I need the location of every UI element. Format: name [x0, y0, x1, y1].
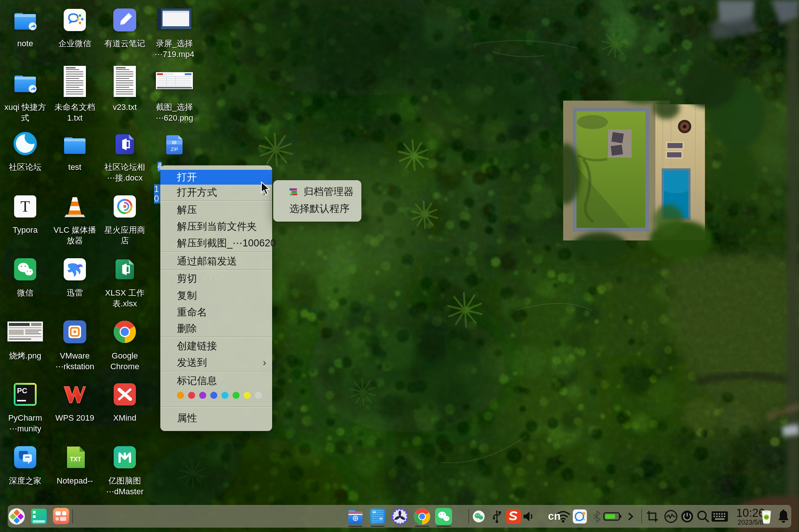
svg-text:TXT: TXT [70, 456, 81, 462]
svg-text:T: T [20, 198, 30, 215]
svg-text:“: “ [372, 509, 376, 518]
svg-text:PC: PC [17, 387, 27, 395]
svg-text:ZIP: ZIP [171, 147, 178, 152]
svg-text:”: ” [379, 516, 383, 524]
